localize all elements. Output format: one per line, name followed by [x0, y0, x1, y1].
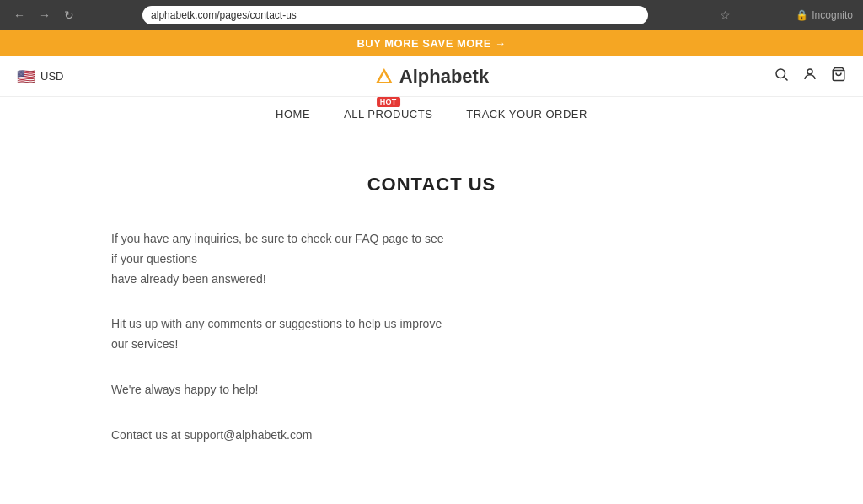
- url-text: alphabetk.com/pages/contact-us: [151, 9, 297, 21]
- address-bar[interactable]: alphabetk.com/pages/contact-us: [142, 6, 648, 24]
- top-bar: 🇺🇸 USD Alphabetk: [0, 56, 863, 97]
- forward-button[interactable]: →: [35, 7, 54, 24]
- svg-point-2: [776, 69, 785, 78]
- back-button[interactable]: ←: [10, 7, 29, 24]
- svg-point-4: [807, 69, 812, 74]
- incognito-indicator: 🔒 Incognito: [796, 9, 853, 21]
- main-content: CONTACT US If you have any inquiries, be…: [94, 131, 769, 504]
- search-button[interactable]: [774, 67, 789, 86]
- incognito-label: Incognito: [812, 9, 853, 21]
- page-title: CONTACT US: [111, 174, 752, 196]
- logo-text: Alphabetk: [399, 66, 489, 88]
- logo-icon: [374, 67, 394, 87]
- browser-chrome: ← → ↻ alphabetk.com/pages/contact-us ☆ 🔒…: [0, 0, 863, 30]
- flag-icon: 🇺🇸: [17, 67, 35, 86]
- cart-icon: [831, 67, 846, 82]
- promo-text: BUY MORE SAVE MORE →: [356, 37, 506, 50]
- top-bar-icons: [774, 67, 846, 86]
- contact-paragraph-3: We're always happy to help!: [111, 380, 448, 400]
- contact-paragraph-1: If you have any inquiries, be sure to ch…: [111, 229, 448, 289]
- hot-badge: HOT: [377, 97, 400, 107]
- nav-all-products-container: HOT ALL PRODUCTS: [344, 107, 432, 121]
- nav-home[interactable]: HOME: [276, 108, 310, 121]
- bookmark-icon[interactable]: ☆: [720, 8, 731, 22]
- cart-button[interactable]: [831, 67, 846, 86]
- nav-track-order[interactable]: TRACK YOUR ORDER: [466, 108, 587, 121]
- currency-selector[interactable]: 🇺🇸 USD: [17, 67, 63, 86]
- reload-button[interactable]: ↻: [61, 7, 78, 24]
- account-button[interactable]: [802, 67, 817, 86]
- account-icon: [802, 67, 817, 82]
- currency-label: USD: [40, 70, 63, 83]
- search-icon: [774, 67, 789, 82]
- logo[interactable]: Alphabetk: [374, 66, 489, 88]
- contact-paragraph-4: Contact us at support@alphabetk.com: [111, 426, 448, 446]
- nav-all-products[interactable]: ALL PRODUCTS: [344, 108, 432, 121]
- main-nav: HOME HOT ALL PRODUCTS TRACK YOUR ORDER: [0, 97, 863, 131]
- incognito-icon: 🔒: [796, 9, 808, 21]
- promo-banner[interactable]: BUY MORE SAVE MORE →: [0, 30, 863, 56]
- svg-line-3: [784, 77, 787, 80]
- contact-paragraph-2: Hit us up with any comments or suggestio…: [111, 314, 448, 355]
